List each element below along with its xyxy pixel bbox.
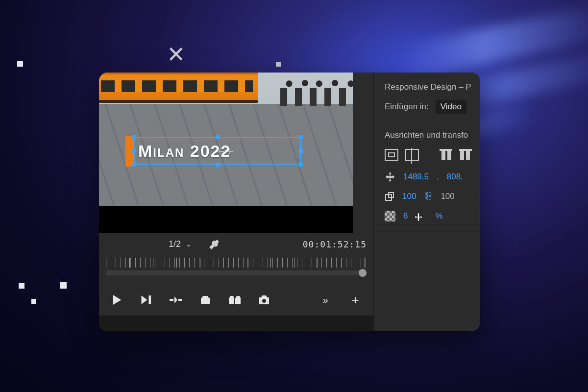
section-align-transform: Ausrichten und transfo: [385, 130, 480, 140]
more-buttons[interactable]: »: [318, 294, 333, 306]
playhead-thumb[interactable]: [359, 269, 367, 277]
move-icon[interactable]: [385, 172, 395, 182]
program-monitor: Milan 2022 1/2 ⌄ 00:01:52:15: [99, 73, 373, 331]
bg-square: [31, 299, 36, 304]
add-button[interactable]: +: [348, 294, 363, 306]
svg-point-0: [262, 299, 266, 303]
preview-canvas[interactable]: Milan 2022: [99, 73, 373, 233]
link-icon[interactable]: ⛓: [424, 191, 433, 201]
opacity-unit: %: [435, 211, 442, 221]
scrub-track[interactable]: [106, 270, 367, 275]
chevron-down-icon: ⌄: [186, 240, 192, 248]
comparison-view-button[interactable]: [227, 294, 242, 306]
step-forward-button[interactable]: [139, 294, 154, 306]
bg-square: [19, 283, 24, 289]
opacity-icon[interactable]: [385, 211, 395, 221]
align-top-icon[interactable]: [440, 149, 452, 161]
resize-handle[interactable]: [132, 149, 136, 153]
settings-wrench-icon[interactable]: [209, 239, 220, 249]
scale-value[interactable]: 100: [402, 192, 416, 201]
bg-square: [60, 282, 67, 289]
zoom-select[interactable]: 1/2 ⌄: [169, 239, 192, 249]
snapshot-button[interactable]: [257, 294, 271, 306]
resize-handle[interactable]: [299, 149, 303, 153]
scrub-cursor-icon: [413, 211, 424, 223]
editor-panel: Milan 2022 1/2 ⌄ 00:01:52:15: [99, 73, 480, 331]
bg-square: [276, 62, 281, 67]
position-sep: ,: [437, 172, 439, 182]
insert-button[interactable]: [169, 294, 183, 306]
title-selection[interactable]: Milan 2022: [125, 134, 302, 169]
section-responsive-design: Responsive Design – P: [385, 82, 480, 92]
resize-handle[interactable]: [216, 135, 220, 139]
resize-handle[interactable]: [299, 163, 303, 167]
resize-handle[interactable]: [299, 135, 303, 139]
position-y[interactable]: 808,: [447, 172, 463, 182]
anchor-point-icon[interactable]: [220, 146, 230, 157]
position-x[interactable]: 1489,5: [403, 172, 429, 182]
zoom-value: 1/2: [169, 239, 181, 249]
align-left-icon[interactable]: [385, 149, 398, 161]
scale-icon[interactable]: [385, 192, 394, 201]
monitor-info-bar: 1/2 ⌄ 00:01:52:15: [99, 233, 373, 255]
bg-square: [17, 61, 23, 67]
align-center-icon[interactable]: [405, 149, 419, 161]
insert-into-label: Einfügen in:: [385, 102, 429, 112]
resize-handle[interactable]: [132, 163, 136, 167]
scale-linked-value[interactable]: 100: [441, 192, 454, 201]
resize-handle[interactable]: [132, 135, 136, 139]
divider: [374, 231, 480, 231]
close-icon[interactable]: ✕: [167, 43, 186, 66]
align-middle-icon[interactable]: [459, 149, 472, 161]
opacity-value[interactable]: 6: [403, 211, 408, 221]
transport-bar: » +: [99, 284, 373, 316]
resize-handle[interactable]: [216, 163, 220, 167]
timecode[interactable]: 00:01:52:15: [303, 239, 367, 249]
time-ruler[interactable]: [99, 255, 373, 284]
properties-panel: Responsive Design – P Einfügen in: Video…: [373, 73, 480, 331]
insert-into-select[interactable]: Video: [436, 100, 466, 114]
export-frame-button[interactable]: [198, 294, 213, 306]
play-button[interactable]: [110, 294, 124, 306]
